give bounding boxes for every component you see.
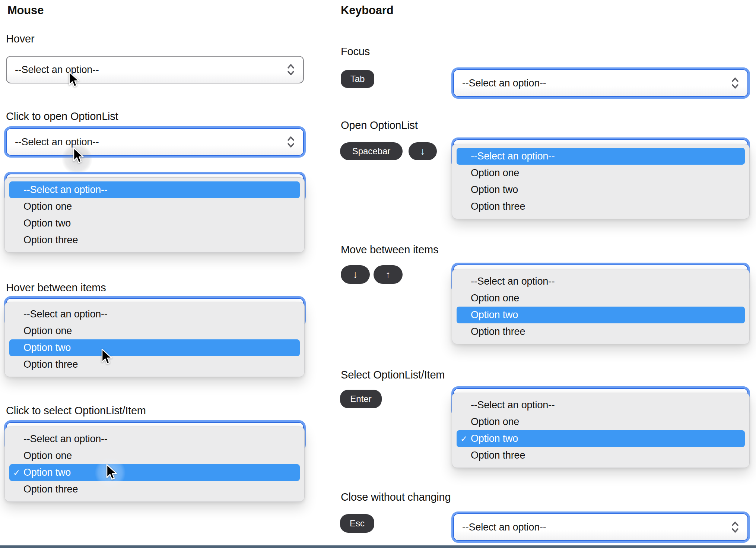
optionlist-item-selected[interactable]: ✓ Option two (9, 464, 300, 481)
section-label-close: Close without changing (341, 491, 451, 503)
optionlist-item[interactable]: Option two (9, 215, 300, 232)
optionlist-item[interactable]: --Select an option-- (457, 397, 745, 414)
updown-stepper-icon (287, 135, 295, 149)
updown-stepper-icon (731, 76, 739, 90)
section-label-hover-items: Hover between items (6, 282, 106, 294)
optionlist-item[interactable]: --Select an option-- (457, 148, 745, 165)
optionlist-item[interactable]: Option one (9, 198, 300, 215)
mouse-cursor-icon (105, 464, 117, 481)
optionlist-item[interactable]: Option three (457, 447, 745, 464)
mouse-cursor-icon (101, 349, 112, 366)
check-icon: ✓ (460, 434, 467, 444)
optionlist-move: --Select an option-- Option one Option t… (452, 269, 750, 344)
optionlist-item[interactable]: Option three (9, 481, 300, 498)
select-close[interactable]: --Select an option-- (453, 513, 748, 541)
optionlist-click-open: --Select an option-- Option one Option t… (4, 177, 305, 253)
key-spacebar: Spacebar (340, 142, 403, 160)
optionlist-click-select: --Select an option-- Option one ✓ Option… (4, 427, 305, 502)
section-label-hover: Hover (6, 33, 34, 45)
section-label-move: Move between items (341, 244, 438, 256)
select-value: --Select an option-- (15, 136, 99, 148)
optionlist-item[interactable]: Option two (9, 339, 300, 356)
optionlist-hover-items: --Select an option-- Option one Option t… (4, 302, 305, 377)
key-arrow-down: ↓ (341, 265, 370, 284)
arrow-up-icon: ↑ (385, 269, 391, 281)
select-value: --Select an option-- (462, 77, 546, 89)
optionlist-item[interactable]: Option one (9, 447, 300, 464)
keyboard-column-title: Keyboard (341, 4, 393, 17)
optionlist-item-selected[interactable]: ✓ Option two (457, 430, 745, 447)
optionlist-item[interactable]: Option one (9, 323, 300, 339)
cutoff-section-divider (0, 545, 756, 548)
optionlist-item[interactable]: --Select an option-- (9, 181, 300, 198)
optionlist-select: --Select an option-- Option one ✓ Option… (452, 393, 750, 468)
mouse-column-title: Mouse (7, 4, 44, 17)
section-label-open: Open OptionList (341, 119, 418, 132)
optionlist-item[interactable]: Option three (457, 323, 745, 340)
section-label-click-select: Click to select OptionList/Item (6, 405, 146, 417)
select-hover[interactable]: --Select an option-- (6, 56, 304, 83)
optionlist-item[interactable]: Option three (9, 356, 300, 373)
mouse-cursor-icon (72, 148, 84, 165)
optionlist-item[interactable]: Option one (457, 414, 745, 430)
arrow-down-icon: ↓ (353, 269, 358, 281)
optionlist-item[interactable]: Option three (9, 232, 300, 248)
select-value: --Select an option-- (462, 522, 546, 533)
key-esc: Esc (340, 514, 374, 533)
mouse-cursor-icon (68, 72, 79, 89)
optionlist-item[interactable]: --Select an option-- (9, 431, 300, 447)
optionlist-interactions-page: Mouse Hover --Select an option-- Click t… (0, 0, 756, 548)
key-tab: Tab (341, 70, 374, 88)
optionlist-item[interactable]: Option one (457, 290, 745, 307)
check-icon: ✓ (13, 468, 20, 478)
key-arrow-up: ↑ (374, 265, 403, 284)
optionlist-item[interactable]: Option three (457, 198, 745, 215)
optionlist-item[interactable]: Option two (457, 307, 745, 323)
select-focus[interactable]: --Select an option-- (453, 69, 748, 97)
updown-stepper-icon (287, 63, 295, 76)
optionlist-item[interactable]: Option two (457, 181, 745, 198)
optionlist-open: --Select an option-- Option one Option t… (452, 144, 750, 219)
optionlist-item[interactable]: Option one (457, 165, 745, 181)
optionlist-item[interactable]: --Select an option-- (457, 273, 745, 290)
select-click-open[interactable]: --Select an option-- (6, 128, 304, 156)
key-arrow-down: ↓ (409, 142, 437, 160)
select-value: --Select an option-- (15, 64, 99, 76)
key-enter: Enter (340, 390, 382, 408)
optionlist-item[interactable]: --Select an option-- (9, 306, 300, 323)
updown-stepper-icon (731, 520, 739, 534)
arrow-down-icon: ↓ (420, 146, 425, 157)
section-label-select: Select OptionList/Item (341, 369, 445, 381)
section-label-focus: Focus (341, 45, 370, 58)
section-label-click-open: Click to open OptionList (6, 110, 118, 123)
